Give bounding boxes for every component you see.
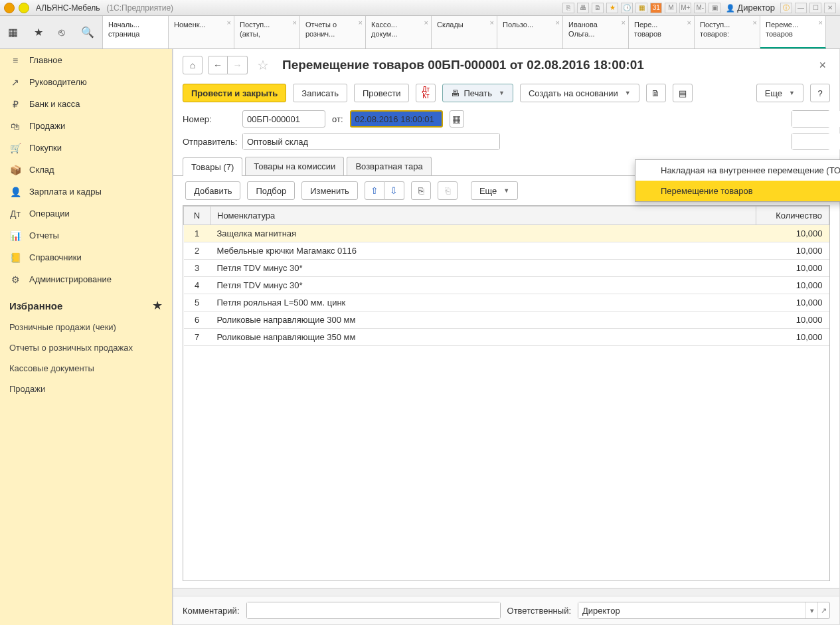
sidebar-item[interactable]: 📦Склад xyxy=(0,159,172,181)
favorites-star-icon[interactable]: ★ xyxy=(152,298,163,313)
copy-button[interactable]: ⎘ xyxy=(411,181,431,200)
sidebar-item[interactable]: ↗Руководителю xyxy=(0,71,172,93)
top-tab[interactable]: ×Номенк... xyxy=(169,16,234,48)
col-qty[interactable]: Количество xyxy=(756,207,829,225)
print-menu-torg13[interactable]: Накладная на внутреннее перемещение (ТОР… xyxy=(635,160,840,181)
print-menu-transfer[interactable]: Перемещение товаров xyxy=(635,181,840,201)
m-button[interactable]: M xyxy=(665,3,677,13)
sidebar-item[interactable]: 🛒Покупки xyxy=(0,137,172,159)
maximize-button[interactable]: ☐ xyxy=(809,3,821,13)
history-icon[interactable]: 🕓 xyxy=(621,3,633,13)
sidebar-item[interactable]: ⚙Администрирование xyxy=(0,268,172,290)
col-n[interactable]: N xyxy=(184,207,210,225)
top-tab[interactable]: ×Пере...товаров xyxy=(629,16,695,48)
close-window-button[interactable]: ✕ xyxy=(824,3,836,13)
calendar-icon[interactable]: 31 xyxy=(650,3,662,13)
close-tab-icon[interactable]: × xyxy=(490,19,494,27)
calc-icon[interactable]: ▦ xyxy=(635,3,647,13)
table-row[interactable]: 1Защелка магнитная10,000 xyxy=(184,225,829,242)
tab-commission[interactable]: Товары на комиссии xyxy=(245,157,344,175)
sender-field[interactable] xyxy=(242,133,500,150)
home-button[interactable]: ⌂ xyxy=(183,56,203,74)
post-and-close-button[interactable]: Провести и закрыть xyxy=(183,84,286,102)
favorite-item[interactable]: Отчеты о розничных продажах xyxy=(0,337,172,358)
current-user[interactable]: 👤 Директор xyxy=(726,3,775,13)
apps-icon[interactable]: ▦ xyxy=(8,26,18,39)
sidebar-item[interactable]: ≡Главное xyxy=(0,49,172,71)
dropdown-icon[interactable] xyxy=(19,3,29,13)
minimize-button[interactable]: — xyxy=(795,3,807,13)
sidebar-item[interactable]: 📊Отчеты xyxy=(0,224,172,246)
favorites-icon[interactable]: ★ xyxy=(34,26,43,39)
sidebar-item[interactable]: 👤Зарплата и кадры xyxy=(0,181,172,203)
top-tab[interactable]: ×Кассо...докум... xyxy=(366,16,432,48)
close-tab-icon[interactable]: × xyxy=(227,19,231,27)
table-row[interactable]: 6Роликовые направляющие 300 мм10,000 xyxy=(184,312,829,329)
close-doc-button[interactable]: × xyxy=(815,58,830,72)
more-button[interactable]: Еще▼ xyxy=(756,84,803,102)
top-tab[interactable]: ×Отчеты орознич... xyxy=(300,16,366,48)
top-tab[interactable]: Началь...страница xyxy=(103,16,169,48)
open-icon[interactable]: ↗ xyxy=(817,602,829,618)
horizontal-scrollbar[interactable] xyxy=(173,588,839,596)
table-row[interactable]: 3Петля TDV минус 30*10,000 xyxy=(184,260,829,277)
m-plus-button[interactable]: M+ xyxy=(679,3,691,13)
table-row[interactable]: 2Мебельные крючки Магамакс 011610,000 xyxy=(184,242,829,260)
number-field[interactable]: 00БП-000001 xyxy=(242,110,325,128)
print-button[interactable]: 🖶 Печать▼ xyxy=(442,84,513,102)
search-icon[interactable]: 🔍 xyxy=(81,26,94,39)
sidebar-item[interactable]: 🛍Продажи xyxy=(0,115,172,137)
close-tab-icon[interactable]: × xyxy=(359,19,363,27)
star-icon[interactable]: ★ xyxy=(606,3,618,13)
table-row[interactable]: 5Петля рояльная L=500 мм. цинк10,000 xyxy=(184,294,829,312)
dropdown-icon[interactable]: ▾ xyxy=(805,602,817,618)
windows-icon[interactable]: ▣ xyxy=(709,3,720,13)
table-row[interactable]: 4Петля TDV минус 30*10,000 xyxy=(184,277,829,294)
right-field-2[interactable]: ▾↗ xyxy=(792,133,830,150)
post-button[interactable]: Провести xyxy=(354,84,410,102)
close-tab-icon[interactable]: × xyxy=(753,19,757,27)
comment-field[interactable] xyxy=(246,602,501,619)
move-down-button[interactable]: ⇩ xyxy=(384,181,404,200)
print-preview-icon[interactable]: ⎘ xyxy=(562,3,574,13)
pick-button[interactable]: Подбор xyxy=(247,181,295,200)
add-row-button[interactable]: Добавить xyxy=(185,181,240,200)
top-tab[interactable]: ×Переме...товаров xyxy=(760,16,826,48)
move-up-button[interactable]: ⇧ xyxy=(365,181,384,200)
forward-button[interactable]: → xyxy=(228,56,248,74)
date-field[interactable]: 02.08.2016 18:00:01 xyxy=(350,110,443,128)
close-tab-icon[interactable]: × xyxy=(687,19,691,27)
top-tab[interactable]: ×ИвановаОльга... xyxy=(563,16,629,48)
link-icon[interactable]: ⎋ xyxy=(58,27,65,39)
print-icon[interactable]: 🖶 xyxy=(577,3,589,13)
back-button[interactable]: ← xyxy=(208,56,228,74)
close-tab-icon[interactable]: × xyxy=(622,19,626,27)
table-more-button[interactable]: Еще▼ xyxy=(471,181,518,200)
favorite-item[interactable]: Кассовые документы xyxy=(0,358,172,379)
info-icon[interactable]: ⓘ xyxy=(780,3,792,13)
responsible-field[interactable]: ▾ ↗ xyxy=(578,602,830,619)
col-name[interactable]: Номенклатура xyxy=(210,207,756,225)
list-button[interactable]: ▤ xyxy=(673,84,693,102)
close-tab-icon[interactable]: × xyxy=(293,19,297,27)
sidebar-item[interactable]: ДтОперации xyxy=(0,203,172,224)
tab-returnable[interactable]: Возвратная тара xyxy=(347,157,431,175)
favorite-doc-icon[interactable]: ☆ xyxy=(253,56,273,74)
sidebar-item[interactable]: ₽Банк и касса xyxy=(0,93,172,115)
top-tab[interactable]: ×Поступ...(акты, xyxy=(234,16,300,48)
create-based-button[interactable]: Создать на основании▼ xyxy=(520,84,639,102)
dt-kt-button[interactable]: ДтКт xyxy=(416,84,436,102)
sidebar-item[interactable]: 📒Справочники xyxy=(0,246,172,268)
help-button[interactable]: ? xyxy=(810,84,830,102)
tab-goods[interactable]: Товары (7) xyxy=(183,157,242,176)
table-row[interactable]: 7Роликовые направляющие 350 мм10,000 xyxy=(184,329,829,346)
close-tab-icon[interactable]: × xyxy=(424,19,428,27)
change-button[interactable]: Изменить xyxy=(301,181,358,200)
save-button[interactable]: Записать xyxy=(293,84,347,102)
calendar-picker-icon[interactable]: ▦ xyxy=(450,110,464,128)
files-button[interactable]: 🗎 xyxy=(646,84,666,102)
m-minus-button[interactable]: M- xyxy=(694,3,706,13)
top-tab[interactable]: ×Пользо... xyxy=(497,16,563,48)
favorite-item[interactable]: Розничные продажи (чеки) xyxy=(0,317,172,337)
top-tab[interactable]: ×Склады xyxy=(432,16,497,48)
